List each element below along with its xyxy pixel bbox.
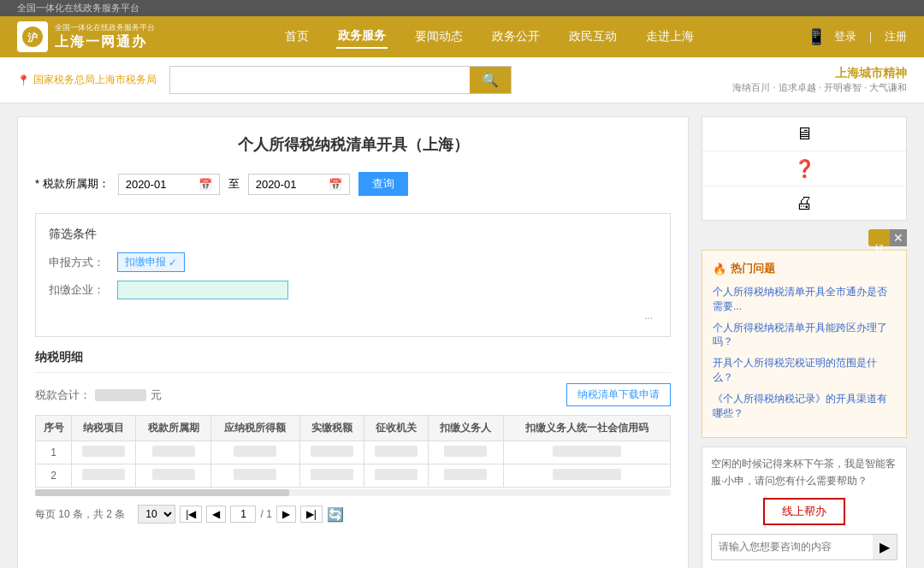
filter-company-row: 扣缴企业： — [49, 281, 657, 299]
hot-item-1[interactable]: 个人所得税纳税清单开具全市通办是否需要... — [713, 285, 896, 314]
row1-item — [72, 441, 136, 464]
table-row: 1 — [36, 441, 671, 464]
th-credit-code: 扣缴义务人统一社会信用码 — [503, 416, 670, 441]
logo-sub: 全国一体化在线政务服务平台 — [55, 22, 155, 33]
main-nav: 首页 政务服务 要闻动态 政务公开 政民互动 走进上海 — [171, 25, 807, 49]
tax-detail: 纳税明细 税款合计： 元 纳税清单下载申请 序号 纳税项目 税款所属期 应纳税所… — [35, 350, 671, 524]
prev-page-btn[interactable]: ◀ — [206, 506, 226, 523]
sidebar: 🖥 ❓ 🖨 好 ✕ 🔥 热门问题 个人所得税纳税清单开具全市通办是否需要... … — [702, 116, 907, 568]
last-page-btn[interactable]: ▶| — [300, 506, 323, 523]
th-item: 纳税项目 — [72, 416, 136, 441]
tax-table: 序号 纳税项目 税款所属期 应纳税所得额 实缴税额 征收机关 扣缴义务人 扣缴义… — [35, 415, 671, 488]
search-input[interactable] — [170, 67, 470, 93]
date-from-input[interactable]: 📅 — [118, 174, 220, 195]
row1-credit — [503, 441, 670, 464]
total-unit: 元 — [151, 388, 162, 403]
filter-report-row: 申报方式： 扣缴申报 ✓ — [49, 252, 657, 272]
logo-text: 全国一体化在线政务服务平台 上海一网通办 — [55, 22, 155, 51]
next-page-btn[interactable]: ▶ — [276, 506, 296, 523]
row2-period — [136, 464, 211, 488]
calendar-icon-to[interactable]: 📅 — [329, 178, 342, 191]
pagination: 每页 10 条，共 2 条 10 20 50 |◀ ◀ / 1 ▶ ▶| 🔄 — [35, 505, 671, 524]
total-text: 税款合计： 元 — [35, 388, 162, 403]
nav-civic[interactable]: 政民互动 — [567, 26, 619, 48]
logo-main: 上海一网通办 — [55, 33, 155, 51]
row2-authority — [364, 464, 428, 488]
date-sep: 至 — [228, 176, 240, 192]
th-authority: 征收机关 — [364, 416, 428, 441]
page-number-input[interactable] — [230, 506, 256, 523]
chat-send-button[interactable]: ▶ — [873, 535, 897, 559]
date-to-field[interactable] — [256, 178, 324, 191]
nav-home[interactable]: 首页 — [283, 26, 311, 48]
hot-panel-title: 🔥 热门问题 — [713, 261, 896, 276]
nav-gov-open[interactable]: 政务公开 — [490, 26, 542, 48]
total-amount-blurred — [95, 389, 146, 401]
city-title: 上海城市精神 — [732, 66, 907, 81]
search-button[interactable]: 🔍 — [470, 67, 511, 93]
filter-title: 筛选条件 — [49, 227, 657, 242]
top-bar-text: 全国一体化在线政务服务平台 — [17, 2, 139, 15]
hot-panel-label: 热门问题 — [731, 261, 775, 276]
company-label: 扣缴企业： — [49, 282, 109, 298]
spacer — [702, 229, 868, 246]
register-link[interactable]: 注册 — [885, 29, 907, 44]
total-prefix: 税款合计： — [35, 388, 91, 403]
row1-period — [136, 441, 211, 464]
online-help-button[interactable]: 线上帮办 — [763, 498, 845, 525]
company-input[interactable] — [117, 281, 288, 299]
more-btn[interactable]: ... — [49, 308, 657, 323]
page-title: 个人所得税纳税清单开具（上海） — [35, 134, 671, 155]
svg-text:沪: 沪 — [27, 32, 38, 44]
chat-msg: 空闲的时候记得来杯下午茶，我是智能客服·小申，请问您有什么需要帮助？ — [711, 456, 897, 488]
first-page-btn[interactable]: |◀ — [180, 506, 202, 523]
chat-input[interactable] — [712, 535, 873, 559]
feedback-button[interactable]: 好 — [868, 229, 890, 246]
location-text: 国家税务总局上海市税务局 — [33, 73, 157, 87]
location-label: 📍 国家税务总局上海市税务局 — [17, 73, 157, 87]
per-page-select[interactable]: 10 20 50 — [138, 505, 175, 524]
horizontal-scrollbar[interactable] — [35, 489, 671, 496]
download-button[interactable]: 纳税清单下载申请 — [566, 383, 671, 406]
table-row: 2 — [36, 464, 671, 488]
logo-area: 沪 全国一体化在线政务服务平台 上海一网通办 — [17, 21, 171, 52]
tool-btn-screen[interactable]: 🖥 — [702, 117, 906, 151]
row1-paid — [299, 441, 364, 464]
close-panel-button[interactable]: ✕ — [890, 229, 907, 246]
fire-icon: 🔥 — [713, 263, 726, 275]
login-link[interactable]: 登录 — [834, 29, 856, 44]
header: 沪 全国一体化在线政务服务平台 上海一网通办 首页 政务服务 要闻动态 政务公开… — [0, 16, 924, 57]
date-from-field[interactable] — [126, 178, 194, 191]
main-content: 个人所得税纳税清单开具（上海） * 税款所属期： 📅 至 📅 查询 筛选条件 申… — [0, 104, 924, 568]
help-icon: ❓ — [794, 158, 815, 179]
tool-btn-print[interactable]: 🖨 — [702, 186, 906, 220]
refresh-icon[interactable]: 🔄 — [327, 506, 344, 523]
date-label: * 税款所属期： — [35, 176, 110, 192]
top-bar: 全国一体化在线政务服务平台 — [0, 0, 924, 16]
row2-paid — [299, 464, 364, 488]
th-taxable: 应纳税所得额 — [211, 416, 299, 441]
tax-detail-title: 纳税明细 — [35, 350, 671, 373]
total-pages: / 1 — [260, 508, 271, 520]
th-withholder: 扣缴义务人 — [428, 416, 503, 441]
header-right: 📱 登录 ｜ 注册 — [807, 27, 907, 46]
chat-section: 空闲的时候记得来杯下午茶，我是智能客服·小申，请问您有什么需要帮助？ 线上帮办 … — [702, 447, 907, 568]
nav-gov-service[interactable]: 政务服务 — [336, 25, 388, 49]
divider: ｜ — [865, 29, 876, 44]
hot-item-4[interactable]: 《个人所得税纳税记录》的开具渠道有哪些？ — [713, 392, 896, 421]
tool-btn-help[interactable]: ❓ — [702, 151, 906, 186]
nav-shanghai[interactable]: 走进上海 — [644, 26, 696, 48]
date-row: * 税款所属期： 📅 至 📅 查询 — [35, 172, 671, 196]
report-tag[interactable]: 扣缴申报 ✓ — [117, 252, 185, 272]
query-button[interactable]: 查询 — [358, 172, 408, 196]
logo-icon: 沪 — [17, 21, 48, 52]
nav-news[interactable]: 要闻动态 — [413, 26, 465, 48]
calendar-icon-from[interactable]: 📅 — [198, 178, 212, 191]
total-row: 税款合计： 元 纳税清单下载申请 — [35, 383, 671, 406]
date-to-input[interactable]: 📅 — [248, 174, 350, 195]
hot-item-3[interactable]: 开具个人所得税完税证明的范围是什么？ — [713, 356, 896, 385]
row1-taxable — [211, 441, 299, 464]
hot-item-2[interactable]: 个人所得税纳税清单开具能跨区办理了吗？ — [713, 321, 896, 350]
screen-icon: 🖥 — [796, 124, 813, 144]
row2-num: 2 — [36, 464, 72, 488]
